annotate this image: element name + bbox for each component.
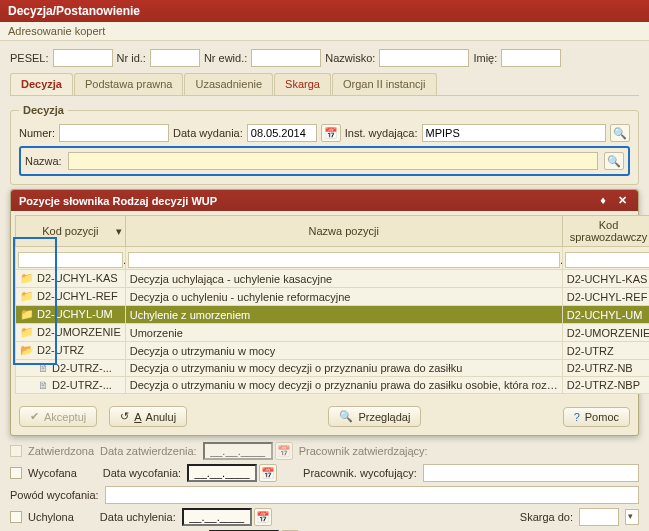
popup-title: Pozycje słownika Rodzaj decyzji WUP bbox=[19, 195, 217, 207]
cell-kodspr: D2-UTRZ-NBP bbox=[562, 377, 649, 394]
tab-uzasadnienie[interactable]: Uzasadnienie bbox=[184, 73, 273, 95]
skarga-do-input[interactable] bbox=[579, 508, 619, 526]
cell-kod: D2-UMORZENIE bbox=[37, 326, 121, 338]
window-subtitle: Adresowanie kopert bbox=[0, 22, 649, 41]
popup-accept-button: ✔Akceptuj bbox=[19, 406, 97, 427]
table-row[interactable]: 🗎D2-UTRZ-...Decyzja o utrzymaniu w mocy … bbox=[16, 377, 650, 394]
tab-decyzja[interactable]: Decyzja bbox=[10, 73, 73, 95]
undo-icon: ↺ bbox=[120, 410, 129, 423]
nazwa-input[interactable] bbox=[68, 152, 598, 170]
calendar-icon[interactable]: 📅 bbox=[275, 442, 293, 460]
cell-kod: D2-UCHYL-KAS bbox=[37, 272, 118, 284]
nrewid-input[interactable] bbox=[251, 49, 321, 67]
table-row[interactable]: 📂D2-UTRZDecyzja o utrzymaniu w mocyD2-UT… bbox=[16, 342, 650, 360]
calendar-icon[interactable]: 📅 bbox=[254, 508, 272, 526]
calendar-icon[interactable]: 📅 bbox=[259, 464, 277, 482]
document-icon: 🗎 bbox=[38, 379, 49, 391]
search-icon: 🔍 bbox=[339, 410, 353, 423]
nrid-input[interactable] bbox=[150, 49, 200, 67]
table-row[interactable]: 📁D2-UCHYL-KASDecyzja uchylająca - uchyle… bbox=[16, 270, 650, 288]
document-icon: 🗎 bbox=[38, 362, 49, 374]
uchylona-label: Uchylona bbox=[28, 511, 74, 523]
imie-input[interactable] bbox=[501, 49, 561, 67]
popup-pin-icon[interactable]: ♦ bbox=[595, 194, 611, 206]
powod-input[interactable] bbox=[105, 486, 639, 504]
uchylona-check[interactable] bbox=[10, 511, 22, 523]
cell-kodspr: D2-UCHYL-KAS bbox=[562, 270, 649, 288]
cell-kodspr: D2-UMORZENIE bbox=[562, 324, 649, 342]
data-wyc-input[interactable] bbox=[187, 464, 257, 482]
prac-wyc-input[interactable] bbox=[423, 464, 639, 482]
nazwa-label: Nazwa: bbox=[25, 155, 62, 167]
data-wydania-label: Data wydania: bbox=[173, 127, 243, 139]
data-uch-input[interactable] bbox=[182, 508, 252, 526]
table-row[interactable]: 📁D2-UCHYL-UMUchylenie z umorzeniemD2-UCH… bbox=[16, 306, 650, 324]
nazwa-lookup-icon[interactable]: 🔍 bbox=[604, 152, 624, 170]
data-zatw-input[interactable] bbox=[203, 442, 273, 460]
col-nazwa[interactable]: Nazwa pozycji bbox=[125, 216, 562, 247]
zatwierdzona-check[interactable] bbox=[10, 445, 22, 457]
nrewid-label: Nr ewid.: bbox=[204, 52, 247, 64]
powod-label: Powód wycofania: bbox=[10, 489, 99, 501]
popup-help-button[interactable]: ?Pomoc bbox=[563, 407, 630, 427]
data-wyc-label: Data wycofania: bbox=[103, 467, 181, 479]
zatwierdzona-label: Zatwierdzona bbox=[28, 445, 94, 457]
tab-podstawa[interactable]: Podstawa prawna bbox=[74, 73, 183, 95]
dictionary-grid: Kod pozycji ▾ Nazwa pozycji Kod sprawozd… bbox=[15, 215, 649, 394]
folder-icon: 📁 bbox=[20, 272, 34, 284]
tabs: Decyzja Podstawa prawna Uzasadnienie Ska… bbox=[10, 73, 639, 96]
nazwa-highlight: Nazwa: 🔍 bbox=[19, 146, 630, 176]
cell-nazwa: Decyzja o utrzymaniu w mocy bbox=[125, 342, 562, 360]
folder-open-icon: 📂 bbox=[20, 344, 34, 356]
popup-close-icon[interactable]: ✕ bbox=[614, 194, 630, 207]
popup-cancel-button[interactable]: ↺AAnuluj bbox=[109, 406, 187, 427]
inst-label: Inst. wydająca: bbox=[345, 127, 418, 139]
cell-kod: D2-UTRZ-... bbox=[52, 362, 112, 374]
inst-input[interactable] bbox=[422, 124, 606, 142]
numer-input[interactable] bbox=[59, 124, 169, 142]
filter-kod[interactable] bbox=[18, 252, 123, 268]
folder-icon: 📁 bbox=[20, 290, 34, 302]
nazwisko-input[interactable] bbox=[379, 49, 469, 67]
skarga-do-dd[interactable] bbox=[625, 509, 639, 525]
filter-nazwa[interactable] bbox=[128, 252, 560, 268]
window-title: Decyzja/Postanowienie bbox=[0, 0, 649, 22]
help-icon: ? bbox=[574, 411, 580, 423]
folder-icon: 📁 bbox=[20, 326, 34, 338]
data-zatw-label: Data zatwierdzenia: bbox=[100, 445, 197, 457]
tab-organ2[interactable]: Organ II instancji bbox=[332, 73, 437, 95]
dictionary-popup: Pozycje słownika Rodzaj decyzji WUP ♦ ✕ … bbox=[10, 189, 639, 436]
cell-kodspr: D2-UTRZ-NB bbox=[562, 360, 649, 377]
cell-kodspr: D2-UCHYL-REF bbox=[562, 288, 649, 306]
tab-skarga[interactable]: Skarga bbox=[274, 73, 331, 95]
col-kodspr[interactable]: Kod sprawozdawczy bbox=[562, 216, 649, 247]
cell-kod: D2-UTRZ bbox=[37, 344, 84, 356]
cell-nazwa: Uchylenie z umorzeniem bbox=[125, 306, 562, 324]
lookup-icon[interactable]: 🔍 bbox=[610, 124, 630, 142]
cell-nazwa: Decyzja uchylająca - uchylenie kasacyjne bbox=[125, 270, 562, 288]
cell-nazwa: Decyzja o uchyleniu - uchylenie reformac… bbox=[125, 288, 562, 306]
numer-label: Numer: bbox=[19, 127, 55, 139]
data-uch-label: Data uchylenia: bbox=[100, 511, 176, 523]
table-row[interactable]: 📁D2-UMORZENIEUmorzenieD2-UMORZENIE01.01.… bbox=[16, 324, 650, 342]
popup-browse-button[interactable]: 🔍Przeglądaj bbox=[328, 406, 421, 427]
wycofana-check[interactable] bbox=[10, 467, 22, 479]
decyzja-legend: Decyzja bbox=[19, 104, 68, 116]
cell-kodspr: D2-UTRZ bbox=[562, 342, 649, 360]
skarga-do-label: Skarga do: bbox=[520, 511, 573, 523]
calendar-icon[interactable]: 📅 bbox=[321, 124, 341, 142]
wycofana-label: Wycofana bbox=[28, 467, 77, 479]
cell-kodspr: D2-UCHYL-UM bbox=[562, 306, 649, 324]
data-wydania-input[interactable] bbox=[247, 124, 317, 142]
cell-kod: D2-UTRZ-... bbox=[52, 379, 112, 391]
table-row[interactable]: 🗎D2-UTRZ-...Decyzja o utrzymaniu w mocy … bbox=[16, 360, 650, 377]
pesel-label: PESEL: bbox=[10, 52, 49, 64]
table-row[interactable]: 📁D2-UCHYL-REFDecyzja o uchyleniu - uchyl… bbox=[16, 288, 650, 306]
filter-kodspr[interactable] bbox=[565, 252, 649, 268]
pesel-input[interactable] bbox=[53, 49, 113, 67]
cell-kod: D2-UCHYL-REF bbox=[37, 290, 118, 302]
decyzja-fieldset: Decyzja Numer: Data wydania: 📅 Inst. wyd… bbox=[10, 104, 639, 185]
cell-nazwa: Umorzenie bbox=[125, 324, 562, 342]
nazwisko-label: Nazwisko: bbox=[325, 52, 375, 64]
col-kod[interactable]: Kod pozycji ▾ bbox=[16, 216, 126, 247]
